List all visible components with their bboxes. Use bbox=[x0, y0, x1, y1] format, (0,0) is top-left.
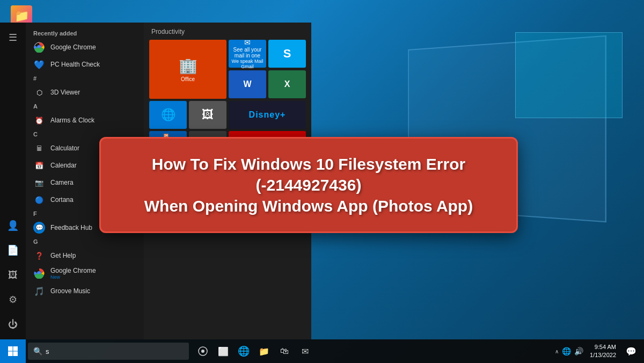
desktop-shape-2 bbox=[515, 32, 623, 118]
search-input[interactable] bbox=[46, 347, 184, 355]
taskbar-time: 9:54 AM bbox=[595, 343, 616, 351]
recently-added-header: Recently added bbox=[26, 28, 144, 39]
task-view-button[interactable] bbox=[193, 342, 213, 361]
sidebar-power[interactable]: ⏻ bbox=[2, 314, 24, 335]
app-name-google-chrome: Google Chrome bbox=[50, 267, 96, 274]
chrome-icon bbox=[33, 41, 45, 53]
health-icon: 💙 bbox=[33, 59, 45, 70]
tile-photos[interactable]: 🖼 bbox=[189, 101, 226, 129]
tile-excel[interactable]: X bbox=[268, 70, 306, 98]
start-sidebar: ☰ 👤 📄 🖼 ⚙ ⏻ bbox=[0, 23, 26, 339]
gethelp-icon: ❓ bbox=[33, 250, 45, 262]
tray-chevron[interactable]: ∧ bbox=[555, 349, 559, 354]
g-header: G bbox=[26, 236, 144, 247]
calendar-icon: 📅 bbox=[33, 159, 45, 171]
google-icon bbox=[33, 267, 45, 279]
taskbar: 🔍 ⬜ 🌐 📁 🛍 ✉ ∧ 🌐 🔊 9:54 AM 1/13/2022 💬 bbox=[0, 339, 644, 363]
overlay-line1: How To Fix Windows 10 Filesystem Error (… bbox=[152, 155, 465, 194]
overlay-banner: How To Fix Windows 10 Filesystem Error (… bbox=[99, 137, 518, 233]
app-item-alarms[interactable]: ⏰ Alarms & Clock bbox=[26, 112, 144, 129]
tile-mail[interactable]: ✉ See all your mail in one We speak Mail… bbox=[229, 40, 266, 68]
alarms-icon: ⏰ bbox=[33, 114, 45, 126]
sidebar-documents[interactable]: 📄 bbox=[2, 239, 24, 261]
hash-header: # bbox=[26, 73, 144, 84]
tile-office-label: Office bbox=[181, 76, 195, 82]
tile-mail-sub: We speak Mail Gmail bbox=[231, 59, 264, 69]
app-name-pc-health: PC Health Check bbox=[50, 61, 100, 68]
app-name-chrome-recent: Google Chrome bbox=[50, 43, 96, 51]
svg-rect-3 bbox=[8, 346, 13, 351]
productivity-title: Productivity bbox=[149, 28, 306, 35]
app-name-calculator: Calculator bbox=[50, 144, 79, 152]
tile-edge-icon: 🌐 bbox=[161, 108, 175, 122]
edge-taskbar-icon[interactable]: 🌐 bbox=[234, 342, 253, 361]
calc-icon: 🖩 bbox=[33, 142, 45, 154]
app-name-gethelp: Get Help bbox=[50, 252, 76, 259]
notification-center-button[interactable]: 💬 bbox=[623, 343, 640, 360]
sidebar-settings[interactable]: ⚙ bbox=[2, 289, 24, 310]
app-name-feedback: Feedback Hub bbox=[50, 224, 92, 231]
search-icon: 🔍 bbox=[33, 347, 42, 355]
taskbar-search-box[interactable]: 🔍 bbox=[28, 343, 189, 360]
app-name-groove: Groove Music bbox=[50, 287, 90, 295]
taskbar-date: 1/13/2022 bbox=[590, 351, 616, 359]
tablet-mode-icon[interactable]: ⬜ bbox=[214, 342, 233, 361]
windows-logo-icon bbox=[8, 346, 18, 357]
camera-icon: 📷 bbox=[33, 177, 45, 188]
tile-office[interactable]: 🏢 Office bbox=[149, 40, 226, 99]
app-name-camera: Camera bbox=[50, 179, 74, 186]
tile-skype-icon: S bbox=[283, 47, 291, 61]
store-taskbar-icon[interactable]: 🛍 bbox=[275, 342, 294, 361]
svg-rect-5 bbox=[8, 352, 13, 357]
3d-icon: ⬡ bbox=[33, 86, 45, 98]
app-item-pc-health[interactable]: 💙 PC Health Check bbox=[26, 56, 144, 73]
tile-photos-icon: 🖼 bbox=[202, 108, 214, 122]
app-badge-new: New bbox=[50, 274, 96, 280]
feedback-icon: 💬 bbox=[33, 222, 45, 234]
tile-excel-icon: X bbox=[284, 79, 290, 89]
tray-network-icon: 🌐 bbox=[562, 347, 571, 355]
groove-icon: 🎵 bbox=[33, 285, 45, 297]
tile-disney-label: Disney+ bbox=[249, 110, 286, 120]
tile-edge[interactable]: 🌐 bbox=[149, 101, 187, 129]
mail-taskbar-icon[interactable]: ✉ bbox=[295, 342, 314, 361]
cortana-icon: 🔵 bbox=[33, 194, 45, 206]
overlay-line2: When Opening Windows App (Photos App) bbox=[144, 197, 473, 215]
overlay-banner-text: How To Fix Windows 10 Filesystem Error (… bbox=[120, 154, 497, 216]
system-tray: ∧ 🌐 🔊 bbox=[555, 347, 583, 355]
start-button[interactable] bbox=[0, 339, 26, 363]
app-item-groove[interactable]: 🎵 Groove Music bbox=[26, 282, 144, 300]
tile-word-icon: W bbox=[243, 79, 251, 89]
sidebar-hamburger[interactable]: ☰ bbox=[2, 27, 24, 48]
taskbar-pinned-icons: ⬜ 🌐 📁 🛍 ✉ bbox=[193, 342, 314, 361]
sidebar-pictures[interactable]: 🖼 bbox=[2, 264, 24, 286]
svg-rect-4 bbox=[13, 346, 18, 351]
tray-volume-icon[interactable]: 🔊 bbox=[574, 347, 583, 355]
app-name-cortana: Cortana bbox=[50, 196, 74, 204]
app-item-chrome-recent[interactable]: Google Chrome bbox=[26, 39, 144, 56]
app-name-calendar: Calendar bbox=[50, 162, 77, 169]
tile-word[interactable]: W bbox=[229, 70, 266, 98]
taskbar-right: ∧ 🌐 🔊 9:54 AM 1/13/2022 💬 bbox=[555, 343, 644, 360]
app-name-alarms: Alarms & Clock bbox=[50, 117, 94, 124]
tile-skype[interactable]: S bbox=[268, 40, 306, 68]
app-item-gethelp[interactable]: ❓ Get Help bbox=[26, 247, 144, 264]
tile-mail-label: See all your mail in one bbox=[231, 47, 264, 59]
tile-disney[interactable]: Disney+ bbox=[229, 101, 306, 129]
a-header: A bbox=[26, 101, 144, 112]
explorer-taskbar-icon[interactable]: 📁 bbox=[254, 342, 274, 361]
taskbar-clock[interactable]: 9:54 AM 1/13/2022 bbox=[586, 343, 620, 360]
svg-point-8 bbox=[201, 350, 204, 353]
app-name-3d: 3D Viewer bbox=[50, 89, 80, 96]
svg-rect-6 bbox=[13, 352, 18, 357]
app-item-3d-viewer[interactable]: ⬡ 3D Viewer bbox=[26, 84, 144, 101]
app-item-google-chrome[interactable]: Google Chrome New bbox=[26, 264, 144, 282]
sidebar-user[interactable]: 👤 bbox=[2, 215, 24, 236]
